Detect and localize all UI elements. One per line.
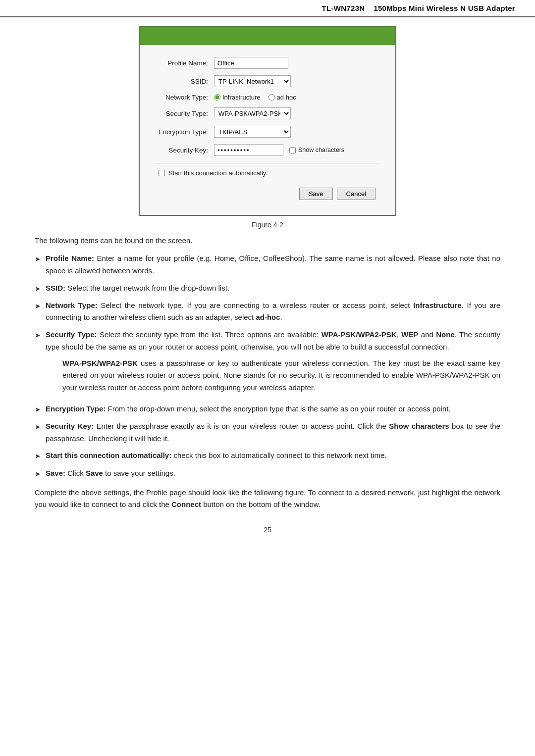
profile-name-label: Profile Name:: [155, 59, 214, 67]
adhoc-label: ad hoc: [277, 94, 296, 101]
profile-name-row: Profile Name:: [155, 57, 380, 69]
bullet-arrow-6: ➤: [35, 421, 41, 433]
bullet-text-2: SSID: Select the target network from the…: [46, 282, 500, 295]
header-title: TL-WN723N 150Mbps Mini Wireless N USB Ad…: [322, 4, 515, 12]
bullet-text-5: Encryption Type: From the drop-down menu…: [46, 403, 500, 415]
adhoc-radio[interactable]: [268, 94, 275, 101]
intro-text: The following items can be found on the …: [35, 235, 500, 247]
security-key-input[interactable]: [214, 144, 283, 156]
encryption-type-row: Encryption Type: TKIP/AES TKIP AES: [155, 126, 380, 138]
bullet-arrow-2: ➤: [35, 283, 41, 295]
bullet-encryption-type: ➤ Encryption Type: From the drop-down me…: [35, 403, 500, 415]
security-type-select[interactable]: WPA-PSK/WPA2-PSK WEP None: [214, 107, 291, 119]
network-type-row: Network Type: Infrastructure ad hoc: [155, 94, 380, 101]
footer-paragraph: Complete the above settings, the Profile…: [35, 487, 500, 511]
network-type-label: Network Type:: [155, 94, 214, 101]
dialog-divider: [155, 163, 380, 163]
bullet-save: ➤ Save: Click Save to save your settings…: [35, 467, 500, 480]
figure-container: Profile Name: SSID: TP-LINK_Network1: [35, 26, 500, 229]
security-key-field: Show characters: [214, 144, 380, 156]
cancel-button[interactable]: Cancel: [337, 188, 375, 200]
ssid-row: SSID: TP-LINK_Network1: [155, 75, 380, 87]
page-header: TL-WN723N 150Mbps Mini Wireless N USB Ad…: [0, 0, 535, 17]
product-description: 150Mbps Mini Wireless N USB Adapter: [374, 4, 515, 12]
bullet-text-6: Security Key: Enter the passphrase exact…: [46, 420, 500, 445]
bullet-security-key: ➤ Security Key: Enter the passphrase exa…: [35, 420, 500, 445]
main-content: Profile Name: SSID: TP-LINK_Network1: [0, 26, 535, 554]
dialog-box: Profile Name: SSID: TP-LINK_Network1: [139, 26, 396, 216]
bullet-text-7: Start this connection automatically: che…: [46, 450, 500, 462]
bullet-text-8: Save: Click Save to save your settings.: [46, 467, 500, 480]
ssid-label: SSID:: [155, 78, 214, 85]
wpa-block: WPA-PSK/WPA2-PSK uses a passphrase or ke…: [62, 357, 500, 394]
bullet-arrow-3: ➤: [35, 301, 41, 312]
encryption-type-field: TKIP/AES TKIP AES: [214, 126, 380, 138]
auto-connect-label: Start this connection automatically.: [168, 169, 268, 177]
bullet-arrow-1: ➤: [35, 253, 41, 265]
save-button[interactable]: Save: [299, 188, 333, 200]
security-type-field: WPA-PSK/WPA2-PSK WEP None: [214, 107, 380, 119]
bullet-arrow-8: ➤: [35, 468, 41, 480]
infrastructure-label: Infrastructure: [222, 94, 261, 101]
adhoc-radio-label[interactable]: ad hoc: [268, 94, 296, 101]
bullet-arrow-5: ➤: [35, 404, 41, 415]
infrastructure-radio-label[interactable]: Infrastructure: [214, 94, 261, 101]
ssid-field: TP-LINK_Network1: [214, 75, 380, 87]
encryption-type-select[interactable]: TKIP/AES TKIP AES: [214, 126, 291, 138]
bullet-text-1: Profile Name: Enter a name for your prof…: [46, 252, 500, 277]
show-characters-label: Show characters: [298, 147, 344, 153]
ssid-select[interactable]: TP-LINK_Network1: [214, 75, 291, 87]
profile-name-input[interactable]: [214, 57, 288, 69]
profile-name-field: [214, 57, 380, 69]
bullet-profile-name: ➤ Profile Name: Enter a name for your pr…: [35, 252, 500, 277]
bullet-security-type: ➤ Security Type: Select the security typ…: [35, 329, 500, 398]
dialog-titlebar: [140, 27, 395, 45]
bullet-text-3: Network Type: Select the network type. I…: [46, 300, 500, 324]
bullet-text-4: Security Type: Select the security type …: [46, 329, 500, 398]
security-key-label: Security Key:: [155, 147, 214, 154]
bullet-network-type: ➤ Network Type: Select the network type.…: [35, 300, 500, 324]
security-type-label: Security Type:: [155, 110, 214, 117]
auto-connect-checkbox[interactable]: [159, 170, 165, 176]
model-name: TL-WN723N: [322, 4, 365, 12]
dialog-body: Profile Name: SSID: TP-LINK_Network1: [140, 45, 395, 215]
figure-label: Figure 4-2: [252, 221, 283, 229]
bullet-ssid: ➤ SSID: Select the target network from t…: [35, 282, 500, 295]
security-key-row: Security Key: Show characters: [155, 144, 380, 156]
show-characters-group: Show characters: [289, 147, 344, 153]
encryption-type-label: Encryption Type:: [155, 128, 214, 136]
bullet-list: ➤ Profile Name: Enter a name for your pr…: [35, 252, 500, 480]
auto-connect-row: Start this connection automatically.: [155, 169, 380, 177]
show-characters-checkbox[interactable]: [289, 147, 296, 153]
bullet-arrow-7: ➤: [35, 451, 41, 462]
bullet-arrow-4: ➤: [35, 330, 41, 341]
infrastructure-radio[interactable]: [214, 94, 220, 101]
bullet-auto-connect: ➤ Start this connection automatically: c…: [35, 450, 500, 462]
dialog-footer: Save Cancel: [155, 184, 380, 205]
network-type-field: Infrastructure ad hoc: [214, 94, 380, 101]
security-type-row: Security Type: WPA-PSK/WPA2-PSK WEP None: [155, 107, 380, 119]
page-number: 25: [35, 526, 500, 534]
